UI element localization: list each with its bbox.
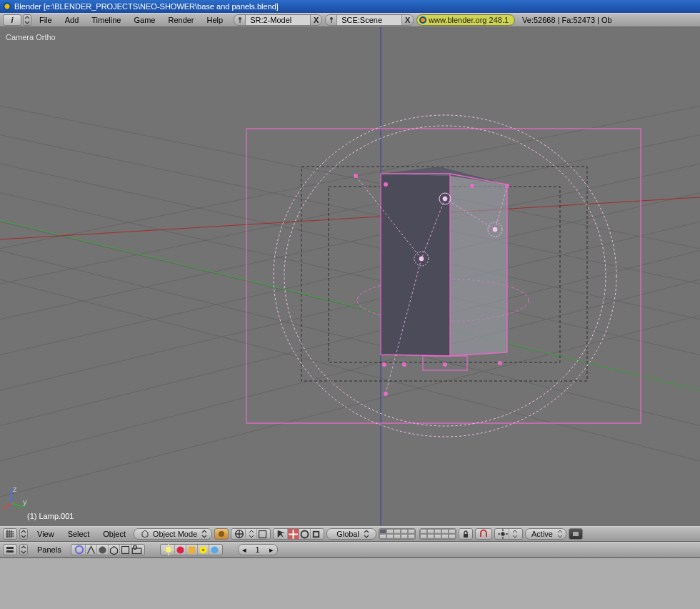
menu-object[interactable]: Object <box>97 528 131 540</box>
chevron-updown-icon[interactable] <box>245 529 256 539</box>
svg-point-29 <box>505 184 509 188</box>
scene-selector[interactable]: SCE:Scene X <box>325 14 414 26</box>
mode-selector[interactable]: Object Mode <box>134 528 212 540</box>
screen-selector[interactable]: SR:2-Model X <box>234 14 322 26</box>
window-type-3dview-icon[interactable] <box>3 528 17 540</box>
active-object-label: (1) Lamp.001 <box>27 512 74 520</box>
radiosity-subcontext-icon[interactable] <box>197 545 209 555</box>
svg-point-52 <box>501 532 504 535</box>
shading-context-icon[interactable] <box>96 545 108 555</box>
window-type-button[interactable]: i <box>3 14 21 26</box>
window-title: Blender [e:\BLENDER_PROJECTS\NEO-SHOWER\… <box>14 2 279 11</box>
menu-render[interactable]: Render <box>161 14 200 26</box>
menu-game[interactable]: Game <box>127 14 161 26</box>
pivot-align-icon[interactable] <box>256 529 268 539</box>
snap-target-selector[interactable]: Active <box>525 528 566 540</box>
svg-rect-54 <box>6 547 14 549</box>
buttons-panel-area <box>0 558 700 609</box>
version-badge[interactable]: www.blender.org 248.1 <box>416 14 515 26</box>
lamp-subcontext-icon[interactable] <box>163 545 174 555</box>
header-collapse-button[interactable] <box>19 544 28 555</box>
snap-target-group[interactable] <box>494 528 523 540</box>
scene-delete-button[interactable]: X <box>401 15 413 25</box>
svg-point-38 <box>493 227 497 232</box>
screen-name[interactable]: SR:2-Model <box>246 15 310 25</box>
snap-toggle-icon[interactable] <box>478 529 489 539</box>
snap-group[interactable] <box>475 528 492 540</box>
svg-rect-50 <box>314 531 319 537</box>
projection-label: Camera Ortho <box>6 33 56 41</box>
menu-timeline[interactable]: Timeline <box>85 14 127 26</box>
material-subcontext-icon[interactable] <box>174 545 186 555</box>
menu-help[interactable]: Help <box>201 14 230 26</box>
scene-context-icon[interactable] <box>131 545 142 555</box>
header-collapse-button[interactable] <box>19 528 28 540</box>
script-context-icon[interactable] <box>85 545 96 555</box>
screen-delete-button[interactable]: X <box>310 15 321 25</box>
lock-layers-button[interactable] <box>459 528 473 540</box>
svg-line-14 <box>0 127 700 292</box>
layer-buttons[interactable] <box>379 528 416 540</box>
datablock-browse-icon[interactable] <box>326 15 337 25</box>
rotate-icon[interactable] <box>299 529 310 539</box>
world-subcontext-icon[interactable] <box>209 545 220 555</box>
frame-value[interactable]: 1 <box>248 545 268 554</box>
orientation-label: Global <box>336 530 359 538</box>
manipulator-group[interactable] <box>273 528 324 540</box>
texture-subcontext-icon[interactable] <box>186 545 197 555</box>
chevron-updown-icon[interactable] <box>509 529 520 539</box>
frame-field[interactable]: ◂ 1 ▸ <box>238 544 278 555</box>
frame-prev-icon[interactable]: ◂ <box>241 545 248 555</box>
logic-context-icon[interactable] <box>74 545 85 555</box>
context-buttons[interactable] <box>71 544 145 555</box>
header-collapse-button[interactable] <box>23 14 31 26</box>
svg-rect-55 <box>6 550 14 553</box>
translate-icon[interactable] <box>287 529 299 539</box>
svg-line-10 <box>0 184 700 363</box>
buttons-header: Panels ◂ 1 ▸ <box>0 542 700 558</box>
svg-point-70 <box>211 546 218 553</box>
blender-logo-icon <box>419 16 426 24</box>
svg-rect-51 <box>464 534 468 538</box>
svg-point-28 <box>470 184 474 188</box>
cursor-icon[interactable] <box>276 529 287 539</box>
datablock-browse-icon[interactable] <box>234 15 246 25</box>
svg-rect-58 <box>121 546 129 553</box>
menu-select[interactable]: Select <box>62 528 96 540</box>
viewport-canvas <box>0 27 700 526</box>
menu-view[interactable]: View <box>31 528 60 540</box>
info-header: i File Add Timeline Game Render Help SR:… <box>0 13 700 27</box>
svg-point-26 <box>354 174 358 178</box>
3d-viewport[interactable]: Camera Ortho (1) Lamp.001 z y <box>0 27 700 526</box>
svg-point-33 <box>498 361 502 365</box>
scene-name[interactable]: SCE:Scene <box>337 15 401 25</box>
scale-icon[interactable] <box>310 529 321 539</box>
svg-rect-48 <box>259 530 266 538</box>
snap-target-label: Active <box>531 530 553 538</box>
scene-stats: Ve:52668 | Fa:52473 | Ob <box>522 16 612 24</box>
window-type-buttons-icon[interactable] <box>3 544 17 555</box>
menu-add[interactable]: Add <box>59 14 86 26</box>
object-context-icon[interactable] <box>108 545 119 555</box>
orientation-selector[interactable]: Global <box>326 528 376 540</box>
pivot-selector[interactable] <box>231 528 271 540</box>
editing-context-icon[interactable] <box>119 545 131 555</box>
svg-point-32 <box>443 362 447 367</box>
svg-line-15 <box>0 99 700 256</box>
render-preview-button[interactable] <box>569 528 583 540</box>
panels-label[interactable]: Panels <box>31 544 67 555</box>
pivot-icon[interactable] <box>234 529 245 539</box>
frame-next-icon[interactable]: ▸ <box>268 545 275 555</box>
chevron-updown-icon <box>201 530 207 538</box>
menu-file[interactable]: File <box>33 14 59 26</box>
svg-point-36 <box>443 197 447 201</box>
svg-marker-18 <box>450 174 507 356</box>
shading-mode-button[interactable] <box>214 528 229 540</box>
svg-rect-67 <box>188 546 195 553</box>
window-titlebar: Blender [e:\BLENDER_PROJECTS\NEO-SHOWER\… <box>0 0 700 13</box>
subcontext-buttons[interactable] <box>160 544 223 555</box>
snap-element-icon[interactable] <box>497 529 509 539</box>
svg-point-27 <box>384 182 388 187</box>
svg-line-16 <box>0 306 700 506</box>
layer-buttons-2[interactable] <box>419 528 456 540</box>
